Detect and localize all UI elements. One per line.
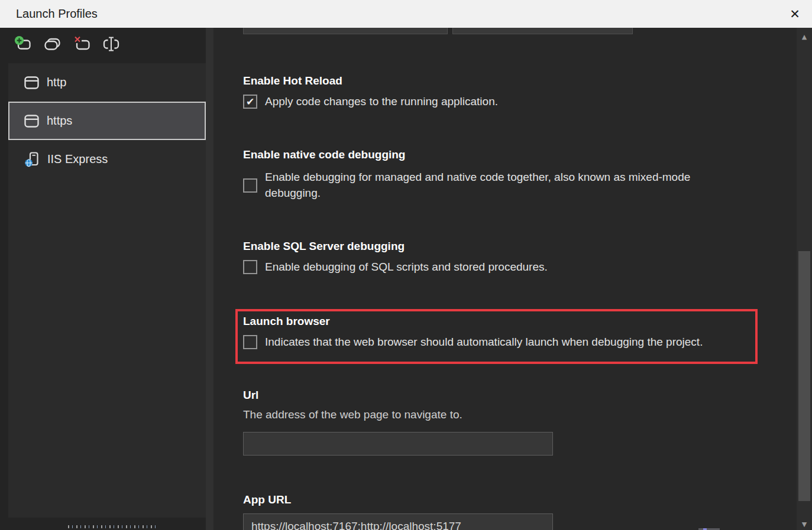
- scroll-down-arrow-icon[interactable]: ▼: [797, 521, 812, 528]
- profile-item-iis-express[interactable]: IIS Express: [8, 140, 206, 178]
- iis-express-server-globe-icon: [24, 152, 40, 167]
- hot-reload-checkbox-label[interactable]: Apply code changes to the running applic…: [265, 94, 498, 110]
- browser-window-icon: [24, 76, 39, 89]
- sql-debug-row: Enable debugging of SQL scripts and stor…: [243, 259, 548, 275]
- native-debug-checkbox-label[interactable]: Enable debugging for managed and native …: [265, 170, 743, 201]
- hot-reload-heading: Enable Hot Reload: [243, 74, 342, 87]
- rename-profile-icon: [103, 35, 119, 52]
- sidebar-splitter[interactable]: [206, 28, 213, 530]
- scroll-up-arrow-icon[interactable]: ▲: [797, 33, 812, 41]
- dialog-title: Launch Profiles: [16, 0, 98, 28]
- app-url-input[interactable]: [243, 513, 553, 530]
- scrollbar-thumb[interactable]: [798, 251, 810, 501]
- rename-profile-button[interactable]: [103, 35, 119, 52]
- browser-window-icon: [24, 115, 39, 128]
- duplicate-profile-button[interactable]: [44, 35, 60, 52]
- app-url-heading: App URL: [243, 493, 291, 506]
- launch-browser-row: Indicates that the web browser should au…: [243, 334, 703, 350]
- delete-profile-button[interactable]: [73, 35, 90, 52]
- checkmark-icon: ✔: [246, 97, 254, 107]
- profile-list: http https IIS Ex: [8, 63, 206, 518]
- new-profile-icon: [14, 35, 31, 52]
- url-description: The address of the web page to navigate …: [243, 408, 462, 421]
- new-profile-button[interactable]: [14, 35, 31, 52]
- clipped-text-fragment: [68, 525, 157, 528]
- profile-item-https[interactable]: https: [8, 102, 206, 140]
- profile-item-http[interactable]: http: [8, 63, 206, 102]
- delete-profile-icon: [73, 35, 90, 52]
- hot-reload-checkbox[interactable]: ✔: [243, 95, 257, 109]
- url-heading: Url: [243, 389, 258, 402]
- native-debug-heading: Enable native code debugging: [243, 148, 405, 161]
- launch-browser-heading: Launch browser: [243, 315, 330, 328]
- sql-debug-checkbox-label[interactable]: Enable debugging of SQL scripts and stor…: [265, 259, 548, 275]
- native-debug-checkbox[interactable]: [243, 178, 257, 193]
- profile-label: http: [47, 76, 66, 89]
- vertical-scrollbar[interactable]: ▲ ▼: [797, 28, 812, 530]
- launch-profiles-dialog: Launch Profiles ✕: [0, 0, 812, 530]
- sql-debug-checkbox[interactable]: [243, 260, 257, 274]
- clipped-input-right[interactable]: [452, 28, 633, 34]
- profiles-sidebar: http https IIS Ex: [0, 28, 206, 530]
- launch-browser-checkbox[interactable]: [243, 335, 257, 349]
- sql-debug-heading: Enable SQL Server debugging: [243, 240, 405, 253]
- native-debug-row: Enable debugging for managed and native …: [243, 170, 743, 201]
- profile-settings-panel: Enable Hot Reload ✔ Apply code changes t…: [213, 28, 797, 530]
- profile-label: https: [47, 114, 72, 128]
- duplicate-profile-icon: [44, 35, 60, 52]
- close-icon: ✕: [790, 7, 800, 21]
- launch-browser-checkbox-label[interactable]: Indicates that the web browser should au…: [265, 334, 703, 350]
- titlebar: Launch Profiles ✕: [0, 0, 812, 28]
- profile-label: IIS Express: [47, 152, 108, 166]
- profiles-toolbar: [14, 35, 119, 52]
- url-input[interactable]: [243, 432, 553, 456]
- hot-reload-row: ✔ Apply code changes to the running appl…: [243, 94, 498, 110]
- clipped-input-left[interactable]: [243, 28, 448, 34]
- close-button[interactable]: ✕: [778, 0, 812, 28]
